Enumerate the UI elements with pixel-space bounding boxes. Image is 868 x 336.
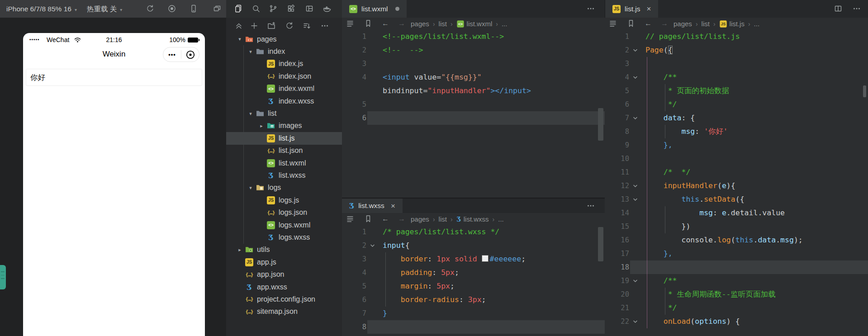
outline-icon[interactable] [346,214,355,223]
tab-list-js[interactable]: JS list.js × [605,0,658,18]
home-target-icon[interactable] [181,50,199,60]
forward-icon[interactable]: → [397,214,406,223]
code-line[interactable]: 2<!-- --> [342,43,605,57]
tree-file-list.js[interactable]: JSlist.js [226,132,342,144]
code-line[interactable]: 3 [342,57,605,71]
split-editor-icon[interactable] [834,4,843,13]
files-icon[interactable] [234,4,243,13]
fold-chevron-icon[interactable] [629,193,641,206]
code-line[interactable]: 3 border: 1px solid #eeeeee; [342,252,605,266]
code-line[interactable]: 19 /** [605,274,868,288]
back-icon[interactable]: ← [381,19,390,28]
code-line[interactable]: 4<input value="{{msg}}" [342,71,605,84]
breadcrumb-item[interactable]: Ʒlist.wxss [456,215,489,224]
code-line[interactable]: 14 msg: e.detail.value [605,206,868,220]
breadcrumb-item[interactable]: ... [502,20,508,28]
code-line[interactable]: 2input{ [342,239,605,252]
fold-chevron-icon[interactable] [629,71,641,84]
more-icon[interactable] [586,4,595,13]
new-folder-icon[interactable] [267,21,276,30]
code-line[interactable]: 16 console.log(this.data.msg); [605,233,868,247]
code-line[interactable]: 5 [342,98,605,111]
breadcrumb-item[interactable]: pages [674,20,692,28]
scrollbar[interactable] [863,85,866,97]
tree-file-index.wxss[interactable]: Ʒindex.wxss [226,95,342,107]
tree-file-list.wxml[interactable]: <>list.wxml [226,157,342,169]
code-line[interactable]: 4 padding: 5px; [342,266,605,279]
more-icon[interactable] [320,21,329,30]
code-line[interactable]: bindinput="inputHandler"></input> [342,84,605,98]
fold-chevron-icon[interactable] [629,315,641,328]
outline-icon[interactable] [346,19,355,28]
docker-icon[interactable] [323,4,332,13]
menu-dots-icon[interactable]: ••• [163,51,181,58]
code-line[interactable]: 8 [342,320,605,334]
breadcrumb-item[interactable]: JSlist.js [719,20,745,28]
tree-folder-images[interactable]: ▸images [226,120,342,132]
tree-file-logs.wxss[interactable]: Ʒlogs.wxss [226,231,342,243]
bookmark-icon[interactable] [626,19,636,28]
code-line[interactable]: 5 margin: 5px; [342,279,605,293]
tree-file-list.wxss[interactable]: Ʒlist.wxss [226,169,342,181]
refresh-icon[interactable] [285,21,294,30]
breadcrumb-item[interactable]: ... [498,215,504,223]
tree-folder-pages[interactable]: ▾pages [226,33,342,45]
code-line[interactable]: 1/* pages/list/list.wxss */ [342,225,605,239]
breadcrumb-item[interactable]: list [439,215,447,223]
tree-file-logs.js[interactable]: JSlogs.js [226,194,342,206]
code-line[interactable]: 15 }) [605,220,868,233]
tree-file-app.js[interactable]: JSapp.js [226,256,342,268]
tab-list-wxss[interactable]: Ʒ list.wxss × [342,199,403,213]
fold-chevron-icon[interactable] [629,274,641,288]
refresh-icon[interactable] [146,4,155,13]
tree-file-app.json[interactable]: {…}app.json [226,268,342,280]
code-line[interactable]: 6 */ [605,98,868,111]
hot-reload-toggle[interactable]: 热重载 关▾ [87,0,122,18]
fold-chevron-icon[interactable] [629,111,641,125]
code-line[interactable]: 21 */ [605,301,868,315]
breadcrumb-item[interactable]: <>list.wxml [456,20,493,28]
code-line[interactable]: 1<!--pages/list/list.wxml--> [342,30,605,43]
record-icon[interactable] [167,4,176,13]
code-line[interactable]: 4 /** [605,71,868,84]
forward-icon[interactable]: → [397,19,406,28]
extensions-icon[interactable] [287,4,296,13]
code-line[interactable]: 2Page({ [605,43,868,57]
tree-folder-index[interactable]: ▾index [226,45,342,57]
mini-program-input[interactable]: 你好 [26,69,202,86]
code-line[interactable]: 6 [342,111,605,125]
js-code-area[interactable]: 1// pages/list/list.js2Page({34 /**5 * 页… [605,30,868,328]
tree-file-index.js[interactable]: JSindex.js [226,58,342,70]
device-selector[interactable]: iPhone 6/7/8 85% 16▾ [6,0,77,18]
more-icon[interactable] [586,201,595,210]
bookmark-icon[interactable] [364,19,373,28]
tree-file-sitemap.json[interactable]: {…}sitemap.json [226,306,342,318]
windows-icon[interactable] [213,4,222,13]
code-line[interactable]: 3 [605,57,868,71]
device-icon[interactable] [189,4,198,13]
fold-chevron-icon[interactable] [366,239,378,252]
tree-file-logs.wxml[interactable]: <>logs.wxml [226,219,342,231]
back-icon[interactable]: ← [644,19,653,28]
code-line[interactable]: 8 msg: '你好' [605,125,868,138]
code-line[interactable]: 17 }, [605,247,868,260]
fold-chevron-icon[interactable] [629,43,641,57]
bookmark-icon[interactable] [364,214,373,223]
wxml-code-area[interactable]: 1<!--pages/list/list.wxml-->2<!-- -->34<… [342,30,605,198]
search-icon[interactable] [251,4,261,13]
scrollbar[interactable] [598,227,603,261]
tree-file-index.json[interactable]: {…}index.json [226,70,342,82]
back-icon[interactable]: ← [381,214,390,223]
breadcrumb-item[interactable]: list [702,20,710,28]
tree-folder-utils[interactable]: ▸utils [226,244,342,256]
close-icon[interactable]: × [646,5,651,13]
layout-icon[interactable] [305,4,314,13]
code-line[interactable]: 7} [342,307,605,320]
breadcrumb-item[interactable]: pages [411,215,429,223]
outline-icon[interactable] [608,19,617,28]
code-line[interactable]: 9 }, [605,138,868,152]
collapse-icon[interactable] [234,21,243,30]
tree-file-index.wxml[interactable]: <>index.wxml [226,83,342,95]
code-line[interactable]: 13 this.setData({ [605,193,868,206]
color-swatch[interactable] [482,255,489,262]
